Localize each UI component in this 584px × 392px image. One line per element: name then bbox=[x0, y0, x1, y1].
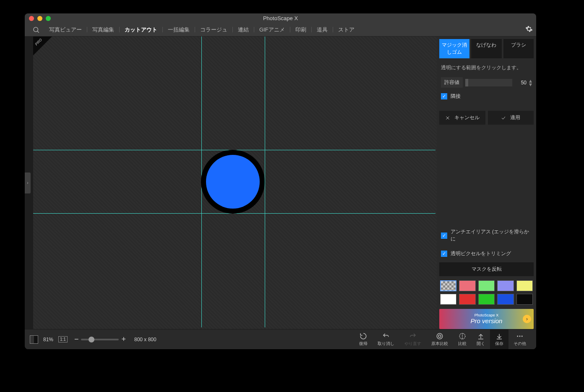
titlebar: PhotoScape X bbox=[25, 13, 536, 23]
main-tabbar: 写真ビュアー 写真編集 カットアウト 一括編集 コラージュ 連結 GIFアニメ … bbox=[25, 23, 536, 37]
swatch-color[interactable] bbox=[459, 294, 475, 305]
original-compare-button[interactable]: 原本比較 bbox=[426, 329, 453, 349]
tabs: 写真ビュアー 写真編集 カットアウト 一括編集 コラージュ 連結 GIFアニメ … bbox=[44, 27, 360, 32]
swatch-color[interactable] bbox=[497, 280, 514, 291]
zoom-out-button[interactable]: − bbox=[72, 335, 81, 344]
zoom-slider[interactable] bbox=[81, 339, 119, 340]
swatch-color[interactable] bbox=[478, 294, 495, 305]
promo-text: PhotoScape X Pro version bbox=[471, 314, 503, 324]
swatch-color[interactable] bbox=[440, 294, 456, 305]
svg-point-10 bbox=[519, 335, 521, 337]
bottom-bar: 81% 1:1 − + 800 x 800 復帰 取り消し やり直す 原本比較 bbox=[25, 329, 536, 349]
promo-arrow-icon: › bbox=[523, 315, 531, 323]
pro-promo-banner[interactable]: PhotoScape X Pro version › bbox=[439, 309, 534, 329]
undo-button[interactable]: 取り消し bbox=[373, 329, 399, 349]
tab-print[interactable]: 印刷 bbox=[290, 27, 312, 32]
revert-button[interactable]: 復帰 bbox=[354, 329, 373, 349]
maximize-window-button[interactable] bbox=[46, 16, 51, 21]
pro-corner-badge bbox=[33, 37, 52, 55]
canvas-shape-outer bbox=[201, 150, 265, 214]
svg-line-1 bbox=[37, 31, 39, 33]
trim-checkbox[interactable]: ✓ bbox=[441, 251, 447, 257]
tool-tab-magic-eraser[interactable]: マジック消しゴム bbox=[439, 39, 469, 58]
main-area: › PRO マジック消しゴム なげなわ ブラシ 透明にする範囲をクリックします。… bbox=[25, 37, 536, 329]
background-swatches bbox=[439, 279, 534, 306]
zoom-percent: 81% bbox=[43, 337, 53, 342]
apply-button[interactable]: 適用 bbox=[488, 111, 534, 125]
swatch-color[interactable] bbox=[478, 280, 495, 291]
tolerance-value: 50 bbox=[515, 80, 527, 86]
tolerance-row: 許容値 50 ▴▾ bbox=[439, 77, 534, 88]
svg-point-0 bbox=[34, 27, 38, 32]
panel-spacer bbox=[439, 127, 534, 223]
grid-line bbox=[265, 37, 265, 327]
swatch-color[interactable] bbox=[497, 294, 514, 305]
svg-point-11 bbox=[521, 335, 523, 337]
minimize-window-button[interactable] bbox=[37, 16, 42, 21]
save-button[interactable]: 保存 bbox=[490, 329, 508, 349]
zoom-in-button[interactable]: + bbox=[119, 335, 128, 344]
contiguous-label: 隣接 bbox=[451, 93, 461, 100]
bottom-actions: 復帰 取り消し やり直す 原本比較 比較 開く bbox=[354, 329, 531, 349]
tab-editor[interactable]: 写真編集 bbox=[87, 27, 120, 32]
tolerance-label: 許容値 bbox=[441, 77, 463, 88]
left-rail: › bbox=[25, 37, 33, 329]
more-button[interactable]: その他 bbox=[508, 329, 531, 349]
tool-hint: 透明にする範囲をクリックします。 bbox=[439, 61, 534, 75]
invert-mask-button[interactable]: マスクを反転 bbox=[439, 262, 534, 276]
trim-row[interactable]: ✓ 透明ピクセルをトリミング bbox=[439, 248, 534, 260]
tab-store[interactable]: ストア bbox=[333, 27, 360, 32]
tool-tab-brush[interactable]: ブラシ bbox=[503, 39, 534, 58]
close-window-button[interactable] bbox=[29, 16, 34, 21]
tolerance-slider[interactable] bbox=[465, 79, 512, 86]
right-panel: マジック消しゴム なげなわ ブラシ 透明にする範囲をクリックします。 許容値 5… bbox=[437, 37, 536, 329]
contiguous-row[interactable]: ✓ 隣接 bbox=[439, 90, 534, 102]
open-button[interactable]: 開く bbox=[472, 329, 490, 349]
swatch-color[interactable] bbox=[516, 280, 533, 291]
cancel-button[interactable]: キャンセル bbox=[439, 111, 485, 125]
settings-gear-icon[interactable] bbox=[525, 25, 533, 34]
window-title: PhotoScape X bbox=[263, 15, 298, 21]
compare-button[interactable]: 比較 bbox=[453, 329, 472, 349]
tab-collage[interactable]: コラージュ bbox=[195, 27, 233, 32]
tool-tab-lasso[interactable]: なげなわ bbox=[471, 39, 501, 58]
tab-viewer[interactable]: 写真ビュアー bbox=[44, 27, 87, 32]
svg-point-4 bbox=[437, 333, 443, 339]
antialias-row[interactable]: ✓ アンチエイリアス (エッジを滑らかに bbox=[439, 226, 534, 245]
trim-label: 透明ピクセルをトリミング bbox=[451, 250, 511, 257]
svg-point-5 bbox=[438, 335, 441, 337]
antialias-checkbox[interactable]: ✓ bbox=[441, 233, 447, 239]
antialias-label: アンチエイリアス (エッジを滑らかに bbox=[451, 228, 532, 243]
svg-point-9 bbox=[517, 335, 518, 337]
swatch-color[interactable] bbox=[459, 280, 475, 291]
tab-tools[interactable]: 道具 bbox=[312, 27, 333, 32]
tab-gif[interactable]: GIFアニメ bbox=[254, 27, 290, 32]
expand-sidebar-handle[interactable]: › bbox=[25, 172, 31, 193]
canvas-area[interactable]: PRO bbox=[33, 37, 437, 329]
tolerance-stepper[interactable]: ▴▾ bbox=[529, 79, 532, 86]
image-dimensions: 800 x 800 bbox=[134, 337, 156, 342]
swatch-color[interactable] bbox=[516, 294, 533, 305]
tab-cutout[interactable]: カットアウト bbox=[120, 27, 163, 32]
contiguous-checkbox[interactable]: ✓ bbox=[441, 93, 447, 99]
background-toggle[interactable] bbox=[30, 335, 38, 344]
tab-combine[interactable]: 連結 bbox=[233, 27, 254, 32]
app-window: PhotoScape X 写真ビュアー 写真編集 カットアウト 一括編集 コラー… bbox=[25, 13, 536, 349]
apply-cancel-row: キャンセル 適用 bbox=[439, 111, 534, 125]
traffic-lights bbox=[29, 16, 51, 21]
redo-button[interactable]: やり直す bbox=[399, 329, 426, 349]
app-logo-icon[interactable] bbox=[31, 25, 41, 34]
zoom-ratio-button[interactable]: 1:1 bbox=[58, 336, 68, 342]
tab-batch[interactable]: 一括編集 bbox=[163, 27, 195, 32]
canvas-shape-inner bbox=[206, 155, 260, 209]
swatch-transparent[interactable] bbox=[440, 280, 456, 291]
tool-tabs: マジック消しゴム なげなわ ブラシ bbox=[439, 39, 534, 58]
